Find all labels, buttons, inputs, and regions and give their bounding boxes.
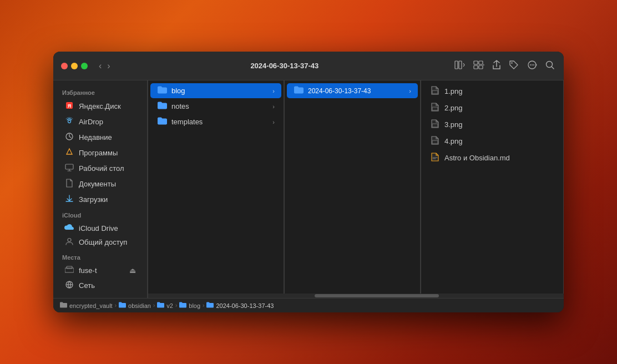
action-button[interactable] xyxy=(525,59,539,73)
svg-rect-5 xyxy=(479,65,483,69)
png-icon xyxy=(430,103,440,113)
forward-button[interactable]: › xyxy=(105,60,112,72)
sidebar-item-downloads[interactable]: Загрузки xyxy=(55,192,145,207)
scrollbar-thumb[interactable] xyxy=(315,294,439,297)
breadcrumb-item-blog[interactable]: blog xyxy=(179,302,200,309)
sidebar-item-yandex-disk[interactable]: Я Яндекс.Диск xyxy=(55,99,145,114)
svg-point-6 xyxy=(511,62,512,63)
sidebar-item-label: AirDrop xyxy=(79,118,103,126)
sidebar-item-airdrop[interactable]: AirDrop xyxy=(55,114,145,129)
statusbar: encrypted_vault › obsidian › xyxy=(53,298,564,312)
folder-icon xyxy=(157,102,167,111)
eject-icon[interactable]: ⏏ xyxy=(129,266,136,275)
breadcrumb-item-current[interactable]: 2024-06-30-13-37-43 xyxy=(206,302,274,309)
svg-rect-1 xyxy=(459,61,462,69)
sidebar-item-recent[interactable]: Недавние xyxy=(55,130,145,145)
file-item-notes[interactable]: notes › xyxy=(150,99,281,114)
grid-view-button[interactable] xyxy=(472,59,485,72)
breadcrumb-label: encrypted_vault xyxy=(69,302,113,309)
sidebar-item-network[interactable]: Сеть xyxy=(55,278,145,293)
file-item-templates[interactable]: templates › xyxy=(150,114,281,129)
airdrop-icon xyxy=(64,117,74,127)
sidebar-section-icloud: iCloud xyxy=(53,208,147,221)
fuse-icon xyxy=(64,266,74,275)
folder-icon xyxy=(157,86,167,95)
breadcrumb: encrypted_vault › obsidian › xyxy=(60,302,274,309)
svg-point-18 xyxy=(68,239,71,242)
breadcrumb-separator: › xyxy=(175,302,177,309)
sidebar-item-shared[interactable]: Общий доступ xyxy=(55,235,145,249)
breadcrumb-folder-icon xyxy=(157,302,164,309)
breadcrumb-label: blog xyxy=(189,302,200,309)
file-item-1png[interactable]: 1.png xyxy=(423,83,561,99)
md-icon xyxy=(430,153,440,163)
file-item-name: 2.png xyxy=(444,104,554,112)
file-item-astro-md[interactable]: Astro и Obsidian.md xyxy=(423,150,561,166)
folder-icon xyxy=(294,86,304,95)
maximize-button[interactable] xyxy=(81,63,88,69)
sidebar-item-label: Недавние xyxy=(79,133,112,141)
breadcrumb-label: 2024-06-30-13-37-43 xyxy=(216,302,274,309)
file-item-4png[interactable]: 4.png xyxy=(423,133,561,149)
file-item-name: 2024-06-30-13-37-43 xyxy=(308,87,404,95)
back-button[interactable]: ‹ xyxy=(97,60,104,72)
breadcrumb-item-obsidian[interactable]: obsidian xyxy=(119,302,151,309)
folder-icon xyxy=(157,117,167,127)
sidebar-item-label: Загрузки xyxy=(79,195,108,204)
sidebar-item-label: Общий доступ xyxy=(79,238,127,246)
chevron-right-icon: › xyxy=(272,103,275,110)
file-item-name: 4.png xyxy=(444,137,554,145)
sidebar-item-icloud-drive[interactable]: iCloud Drive xyxy=(55,221,145,235)
file-item-name: blog xyxy=(171,87,268,95)
file-item-3png[interactable]: 3.png xyxy=(423,117,561,133)
chevron-right-icon: › xyxy=(272,88,275,94)
horizontal-scrollbar[interactable] xyxy=(148,294,564,298)
breadcrumb-label: v2 xyxy=(166,302,173,309)
apps-icon xyxy=(64,148,74,158)
svg-point-14 xyxy=(68,120,71,123)
png-icon xyxy=(430,136,440,146)
breadcrumb-folder-icon xyxy=(206,302,214,309)
sidebar-item-label: iCloud Drive xyxy=(79,224,118,232)
file-item-blog[interactable]: blog › xyxy=(150,83,281,98)
columns-container: blog › notes › xyxy=(148,80,564,298)
close-button[interactable] xyxy=(61,63,68,69)
file-item-date-folder[interactable]: 2024-06-30-13-37-43 › xyxy=(287,83,418,98)
traffic-lights xyxy=(61,63,88,69)
desktop-icon xyxy=(64,163,74,174)
svg-rect-3 xyxy=(479,61,483,64)
svg-text:Я: Я xyxy=(68,103,71,109)
minimize-button[interactable] xyxy=(71,63,78,69)
share-button[interactable] xyxy=(491,59,502,73)
icloud-icon xyxy=(64,224,74,232)
sidebar-item-label: Рабочий стол xyxy=(79,164,124,173)
sidebar-item-documents[interactable]: Документы xyxy=(55,176,145,191)
sidebar-item-fuse-t[interactable]: fuse-t ⏏ xyxy=(55,264,145,277)
network-icon xyxy=(64,280,74,291)
search-button[interactable] xyxy=(544,59,556,73)
file-item-name: notes xyxy=(171,102,268,110)
file-item-2png[interactable]: 2.png xyxy=(423,100,561,116)
svg-point-8 xyxy=(530,64,531,65)
tag-button[interactable] xyxy=(508,59,520,73)
recent-icon xyxy=(64,132,74,143)
column-panel-1: blog › notes › xyxy=(148,80,284,294)
sidebar: Избранное Я Яндекс.Диск xyxy=(53,80,148,298)
view-toggle-button[interactable] xyxy=(453,59,467,72)
breadcrumb-item-v2[interactable]: v2 xyxy=(157,302,173,309)
sidebar-section-places: Места xyxy=(53,250,147,263)
content-area: Избранное Я Яндекс.Диск xyxy=(53,80,564,298)
window-title: 2024-06-30-13-37-43 xyxy=(120,62,449,70)
toolbar: ‹ › 2024-06-30-13-37-43 xyxy=(53,52,564,80)
svg-rect-4 xyxy=(474,65,478,69)
file-item-name: 3.png xyxy=(444,120,554,129)
file-item-name: templates xyxy=(171,118,268,126)
sidebar-item-apps[interactable]: Программы xyxy=(55,145,145,160)
file-item-name: Astro и Obsidian.md xyxy=(444,154,554,162)
breadcrumb-item-vault[interactable]: encrypted_vault xyxy=(60,302,113,309)
sidebar-item-desktop[interactable]: Рабочий стол xyxy=(55,161,145,176)
breadcrumb-folder-icon xyxy=(119,302,126,309)
sidebar-item-label: Яндекс.Диск xyxy=(79,102,121,110)
svg-marker-16 xyxy=(67,149,72,154)
shared-icon xyxy=(64,237,74,247)
